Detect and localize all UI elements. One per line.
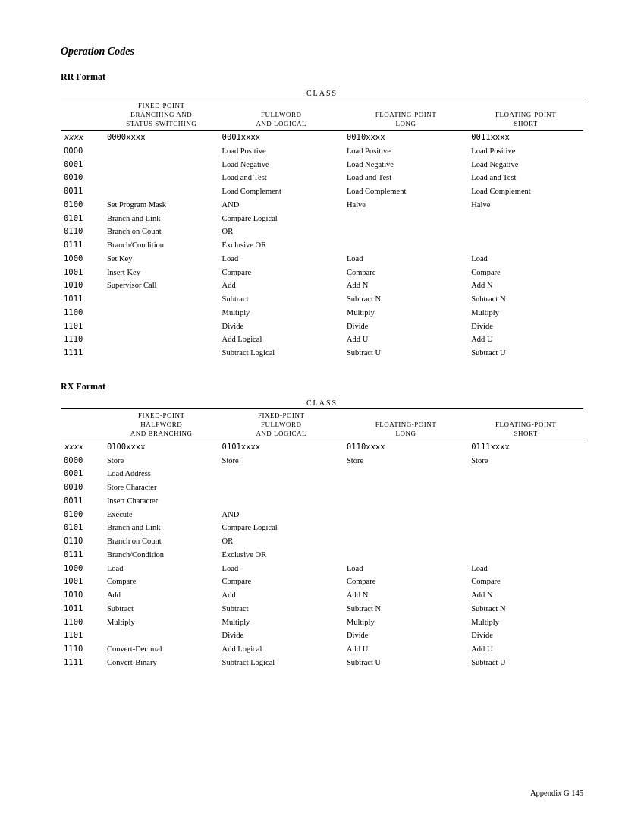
rr-row-c2: Subtract Logical <box>219 346 344 360</box>
rx-row-c4 <box>468 548 583 562</box>
rx-row-c1: Branch and Link <box>104 521 219 534</box>
rr-row-c4: Load Complement <box>468 184 583 198</box>
rr-row-c1: Insert Key <box>104 266 219 279</box>
rr-row-c1: Set Program Mask <box>104 198 219 212</box>
rr-row-c1 <box>104 158 219 172</box>
rr-row-code: 1001 <box>61 266 104 279</box>
table-row: 1001 Insert Key Compare Compare Compare <box>61 266 583 279</box>
rx-row-c2: Add <box>219 588 344 602</box>
rx-row-c4: Compare <box>468 575 583 588</box>
rx-th-long: Long <box>344 429 468 440</box>
rx-row-c4 <box>468 508 583 521</box>
rr-row-c3: Load Positive <box>344 144 468 158</box>
rx-row-c4: Multiply <box>468 616 583 629</box>
rx-th-fullword: Fullword <box>219 420 344 429</box>
rx-row-code: 1011 <box>61 602 104 616</box>
rx-row-c3: Add N <box>344 588 468 602</box>
rr-row-code: 0000 <box>61 144 104 158</box>
table-row: 0010 Store Character <box>61 481 583 494</box>
rr-row-c3 <box>344 225 468 238</box>
rr-row-c4: Load <box>468 252 583 266</box>
table-row: 0111 Branch/Condition Exclusive OR <box>61 238 583 252</box>
rx-th-empty2 <box>61 420 104 429</box>
rr-row-c4: Load Positive <box>468 144 583 158</box>
rr-row-c1 <box>104 306 219 320</box>
rx-th-short-label: Floating-Point <box>468 420 583 429</box>
rr-row-c2: Add Logical <box>219 332 344 346</box>
rr-row-c2: OR <box>219 225 344 238</box>
rr-row-c4: Subtract N <box>468 292 583 306</box>
rr-th-branching: Branching and <box>104 110 219 119</box>
table-row: 0001 Load Address <box>61 467 583 481</box>
rr-row-c3: Halve <box>344 198 468 212</box>
rr-row-c3: Load <box>344 252 468 266</box>
rx-row-code: 0011 <box>61 494 104 508</box>
table-row: 1101 Divide Divide Divide <box>61 320 583 333</box>
rx-th-and-branching: and Branching <box>104 429 219 440</box>
rx-format-title: RX Format <box>61 381 583 392</box>
rr-row-c4 <box>468 238 583 252</box>
rx-row-c3: Multiply <box>344 616 468 629</box>
rr-th-empty <box>61 99 104 111</box>
rr-row-c1: Set Key <box>104 252 219 266</box>
rr-row-c2: AND <box>219 198 344 212</box>
table-row: 1101 Divide Divide Divide <box>61 629 583 642</box>
rr-row-code: 1111 <box>61 346 104 360</box>
table-row: 0100 Execute AND <box>61 508 583 521</box>
rx-row-c1: Load <box>104 562 219 575</box>
rx-row-c1: Convert-Decimal <box>104 642 219 656</box>
rr-row-c2: Compare Logical <box>219 212 344 225</box>
rx-th-short: Short <box>468 429 583 440</box>
rx-row-code: 1111 <box>61 656 104 670</box>
rr-row-c1 <box>104 320 219 333</box>
rx-row-c2: Compare Logical <box>219 521 344 534</box>
rx-row-c3 <box>344 467 468 481</box>
rr-th-fp4-label <box>468 99 583 111</box>
rx-row-c2: Multiply <box>219 616 344 629</box>
rr-row-c2: Load Positive <box>219 144 344 158</box>
rr-row-code: 0101 <box>61 212 104 225</box>
rx-row-c1: Branch on Count <box>104 534 219 548</box>
rx-row-c2: Compare <box>219 575 344 588</box>
rx-code-0111: 0111xxxx <box>468 440 583 453</box>
rx-row-c2 <box>219 494 344 508</box>
rx-row-c3 <box>344 521 468 534</box>
rr-row-c1: Branch on Count <box>104 225 219 238</box>
rr-th-status: Status Switching <box>104 119 219 131</box>
rx-row-c4: Add U <box>468 642 583 656</box>
rx-th-fp-short <box>468 408 583 420</box>
rx-row-c2: Add Logical <box>219 642 344 656</box>
rx-row-c1: Subtract <box>104 602 219 616</box>
rx-row-c1: Branch/Condition <box>104 548 219 562</box>
rx-row-code: 1000 <box>61 562 104 575</box>
rx-th-fp-fw: Fixed-Point <box>219 408 344 420</box>
rr-code-0010: 0010xxxx <box>344 131 468 144</box>
rr-th-fp-short: Floating-Point <box>468 110 583 119</box>
rx-row-c1: Store Character <box>104 481 219 494</box>
rr-row-c2: Load and Test <box>219 171 344 184</box>
rr-row-code: 0011 <box>61 184 104 198</box>
rx-row-c3: Subtract N <box>344 602 468 616</box>
rx-row-c3 <box>344 494 468 508</box>
table-row: 0101 Branch and Link Compare Logical <box>61 212 583 225</box>
rx-row-c3 <box>344 481 468 494</box>
rx-row-c2: Subtract Logical <box>219 656 344 670</box>
rr-code-0011: 0011xxxx <box>468 131 583 144</box>
rr-row-c4: Add N <box>468 279 583 292</box>
rr-row-c4: Load Negative <box>468 158 583 172</box>
rr-row-c3 <box>344 238 468 252</box>
rr-row-c1 <box>104 144 219 158</box>
rx-row-c4 <box>468 494 583 508</box>
rr-th-fp3-label <box>344 99 468 111</box>
rr-xxxx-code: xxxx <box>61 131 104 144</box>
rx-row-c2: AND <box>219 508 344 521</box>
table-row: 0011 Load Complement Load Complement Loa… <box>61 184 583 198</box>
rr-row-code: 0001 <box>61 158 104 172</box>
rr-row-c1 <box>104 332 219 346</box>
rx-row-c4 <box>468 467 583 481</box>
rx-xxxx-code: xxxx <box>61 440 104 453</box>
rx-row-c1: Execute <box>104 508 219 521</box>
rx-row-c4 <box>468 534 583 548</box>
rx-table-body: 0000 Store Store Store Store 0001 Load A… <box>61 454 583 670</box>
rx-row-c2: Load <box>219 562 344 575</box>
